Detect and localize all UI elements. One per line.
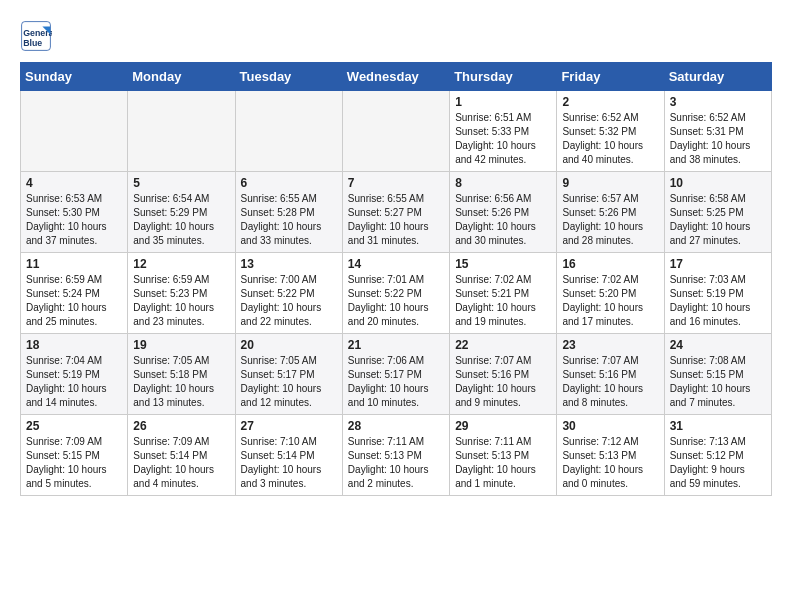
- calendar-cell: 27Sunrise: 7:10 AM Sunset: 5:14 PM Dayli…: [235, 415, 342, 496]
- calendar-cell: 24Sunrise: 7:08 AM Sunset: 5:15 PM Dayli…: [664, 334, 771, 415]
- calendar-cell: 15Sunrise: 7:02 AM Sunset: 5:21 PM Dayli…: [450, 253, 557, 334]
- calendar-cell: 9Sunrise: 6:57 AM Sunset: 5:26 PM Daylig…: [557, 172, 664, 253]
- cell-content: Sunrise: 6:53 AM Sunset: 5:30 PM Dayligh…: [26, 192, 122, 248]
- weekday-header-monday: Monday: [128, 63, 235, 91]
- cell-content: Sunrise: 6:52 AM Sunset: 5:32 PM Dayligh…: [562, 111, 658, 167]
- cell-content: Sunrise: 6:58 AM Sunset: 5:25 PM Dayligh…: [670, 192, 766, 248]
- day-number: 17: [670, 257, 766, 271]
- calendar-week-row: 18Sunrise: 7:04 AM Sunset: 5:19 PM Dayli…: [21, 334, 772, 415]
- day-number: 16: [562, 257, 658, 271]
- calendar-cell: [342, 91, 449, 172]
- cell-content: Sunrise: 7:01 AM Sunset: 5:22 PM Dayligh…: [348, 273, 444, 329]
- cell-content: Sunrise: 6:55 AM Sunset: 5:27 PM Dayligh…: [348, 192, 444, 248]
- calendar-cell: 26Sunrise: 7:09 AM Sunset: 5:14 PM Dayli…: [128, 415, 235, 496]
- calendar-cell: 3Sunrise: 6:52 AM Sunset: 5:31 PM Daylig…: [664, 91, 771, 172]
- cell-content: Sunrise: 7:02 AM Sunset: 5:21 PM Dayligh…: [455, 273, 551, 329]
- calendar-cell: 30Sunrise: 7:12 AM Sunset: 5:13 PM Dayli…: [557, 415, 664, 496]
- day-number: 21: [348, 338, 444, 352]
- day-number: 2: [562, 95, 658, 109]
- day-number: 4: [26, 176, 122, 190]
- weekday-header-friday: Friday: [557, 63, 664, 91]
- calendar-cell: 4Sunrise: 6:53 AM Sunset: 5:30 PM Daylig…: [21, 172, 128, 253]
- calendar-table: SundayMondayTuesdayWednesdayThursdayFrid…: [20, 62, 772, 496]
- calendar-cell: 25Sunrise: 7:09 AM Sunset: 5:15 PM Dayli…: [21, 415, 128, 496]
- cell-content: Sunrise: 7:07 AM Sunset: 5:16 PM Dayligh…: [562, 354, 658, 410]
- calendar-cell: 8Sunrise: 6:56 AM Sunset: 5:26 PM Daylig…: [450, 172, 557, 253]
- calendar-cell: 16Sunrise: 7:02 AM Sunset: 5:20 PM Dayli…: [557, 253, 664, 334]
- cell-content: Sunrise: 7:09 AM Sunset: 5:15 PM Dayligh…: [26, 435, 122, 491]
- cell-content: Sunrise: 7:00 AM Sunset: 5:22 PM Dayligh…: [241, 273, 337, 329]
- day-number: 7: [348, 176, 444, 190]
- cell-content: Sunrise: 6:57 AM Sunset: 5:26 PM Dayligh…: [562, 192, 658, 248]
- logo: General Blue: [20, 20, 56, 52]
- weekday-header-sunday: Sunday: [21, 63, 128, 91]
- calendar-cell: 14Sunrise: 7:01 AM Sunset: 5:22 PM Dayli…: [342, 253, 449, 334]
- calendar-cell: 2Sunrise: 6:52 AM Sunset: 5:32 PM Daylig…: [557, 91, 664, 172]
- day-number: 19: [133, 338, 229, 352]
- calendar-header-row: SundayMondayTuesdayWednesdayThursdayFrid…: [21, 63, 772, 91]
- calendar-week-row: 11Sunrise: 6:59 AM Sunset: 5:24 PM Dayli…: [21, 253, 772, 334]
- calendar-cell: 6Sunrise: 6:55 AM Sunset: 5:28 PM Daylig…: [235, 172, 342, 253]
- cell-content: Sunrise: 7:07 AM Sunset: 5:16 PM Dayligh…: [455, 354, 551, 410]
- cell-content: Sunrise: 7:05 AM Sunset: 5:18 PM Dayligh…: [133, 354, 229, 410]
- cell-content: Sunrise: 7:11 AM Sunset: 5:13 PM Dayligh…: [455, 435, 551, 491]
- day-number: 24: [670, 338, 766, 352]
- calendar-cell: 28Sunrise: 7:11 AM Sunset: 5:13 PM Dayli…: [342, 415, 449, 496]
- cell-content: Sunrise: 7:10 AM Sunset: 5:14 PM Dayligh…: [241, 435, 337, 491]
- calendar-cell: [21, 91, 128, 172]
- calendar-cell: 17Sunrise: 7:03 AM Sunset: 5:19 PM Dayli…: [664, 253, 771, 334]
- day-number: 1: [455, 95, 551, 109]
- calendar-week-row: 25Sunrise: 7:09 AM Sunset: 5:15 PM Dayli…: [21, 415, 772, 496]
- cell-content: Sunrise: 6:56 AM Sunset: 5:26 PM Dayligh…: [455, 192, 551, 248]
- cell-content: Sunrise: 7:03 AM Sunset: 5:19 PM Dayligh…: [670, 273, 766, 329]
- weekday-header-thursday: Thursday: [450, 63, 557, 91]
- day-number: 6: [241, 176, 337, 190]
- calendar-cell: 12Sunrise: 6:59 AM Sunset: 5:23 PM Dayli…: [128, 253, 235, 334]
- day-number: 27: [241, 419, 337, 433]
- calendar-cell: 5Sunrise: 6:54 AM Sunset: 5:29 PM Daylig…: [128, 172, 235, 253]
- cell-content: Sunrise: 6:59 AM Sunset: 5:24 PM Dayligh…: [26, 273, 122, 329]
- calendar-week-row: 1Sunrise: 6:51 AM Sunset: 5:33 PM Daylig…: [21, 91, 772, 172]
- calendar-cell: 7Sunrise: 6:55 AM Sunset: 5:27 PM Daylig…: [342, 172, 449, 253]
- cell-content: Sunrise: 7:04 AM Sunset: 5:19 PM Dayligh…: [26, 354, 122, 410]
- day-number: 26: [133, 419, 229, 433]
- day-number: 22: [455, 338, 551, 352]
- day-number: 23: [562, 338, 658, 352]
- day-number: 20: [241, 338, 337, 352]
- day-number: 8: [455, 176, 551, 190]
- calendar-cell: 29Sunrise: 7:11 AM Sunset: 5:13 PM Dayli…: [450, 415, 557, 496]
- calendar-cell: [128, 91, 235, 172]
- day-number: 14: [348, 257, 444, 271]
- cell-content: Sunrise: 7:05 AM Sunset: 5:17 PM Dayligh…: [241, 354, 337, 410]
- day-number: 9: [562, 176, 658, 190]
- calendar-cell: 20Sunrise: 7:05 AM Sunset: 5:17 PM Dayli…: [235, 334, 342, 415]
- day-number: 28: [348, 419, 444, 433]
- cell-content: Sunrise: 6:54 AM Sunset: 5:29 PM Dayligh…: [133, 192, 229, 248]
- cell-content: Sunrise: 7:06 AM Sunset: 5:17 PM Dayligh…: [348, 354, 444, 410]
- calendar-cell: 18Sunrise: 7:04 AM Sunset: 5:19 PM Dayli…: [21, 334, 128, 415]
- day-number: 5: [133, 176, 229, 190]
- cell-content: Sunrise: 7:13 AM Sunset: 5:12 PM Dayligh…: [670, 435, 766, 491]
- calendar-cell: 19Sunrise: 7:05 AM Sunset: 5:18 PM Dayli…: [128, 334, 235, 415]
- calendar-cell: 21Sunrise: 7:06 AM Sunset: 5:17 PM Dayli…: [342, 334, 449, 415]
- day-number: 12: [133, 257, 229, 271]
- page-header: General Blue: [20, 20, 772, 52]
- cell-content: Sunrise: 7:02 AM Sunset: 5:20 PM Dayligh…: [562, 273, 658, 329]
- cell-content: Sunrise: 6:59 AM Sunset: 5:23 PM Dayligh…: [133, 273, 229, 329]
- day-number: 18: [26, 338, 122, 352]
- weekday-header-tuesday: Tuesday: [235, 63, 342, 91]
- calendar-cell: 1Sunrise: 6:51 AM Sunset: 5:33 PM Daylig…: [450, 91, 557, 172]
- weekday-header-saturday: Saturday: [664, 63, 771, 91]
- calendar-cell: [235, 91, 342, 172]
- cell-content: Sunrise: 7:11 AM Sunset: 5:13 PM Dayligh…: [348, 435, 444, 491]
- weekday-header-wednesday: Wednesday: [342, 63, 449, 91]
- cell-content: Sunrise: 7:08 AM Sunset: 5:15 PM Dayligh…: [670, 354, 766, 410]
- calendar-cell: 31Sunrise: 7:13 AM Sunset: 5:12 PM Dayli…: [664, 415, 771, 496]
- cell-content: Sunrise: 7:09 AM Sunset: 5:14 PM Dayligh…: [133, 435, 229, 491]
- svg-text:Blue: Blue: [23, 38, 42, 48]
- calendar-cell: 22Sunrise: 7:07 AM Sunset: 5:16 PM Dayli…: [450, 334, 557, 415]
- day-number: 13: [241, 257, 337, 271]
- day-number: 25: [26, 419, 122, 433]
- calendar-cell: 23Sunrise: 7:07 AM Sunset: 5:16 PM Dayli…: [557, 334, 664, 415]
- day-number: 29: [455, 419, 551, 433]
